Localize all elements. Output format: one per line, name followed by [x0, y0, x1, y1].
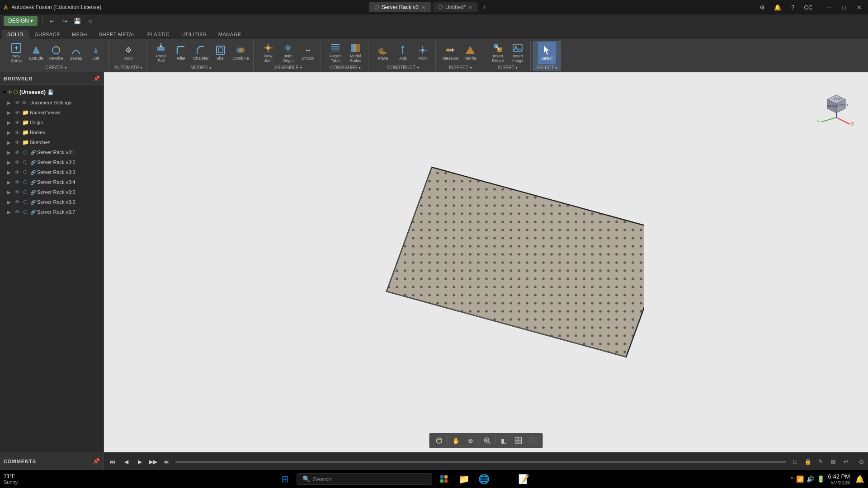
taskbar-app-photos[interactable]: 🖼: [495, 471, 512, 487]
ribbon-btn-extrude[interactable]: Extrude: [27, 42, 45, 64]
minimize-button[interactable]: ─: [825, 3, 834, 12]
timeline-btn-play[interactable]: ▶: [135, 457, 145, 467]
taskbar-app-widgets[interactable]: [436, 471, 452, 487]
ribbon-btn-point[interactable]: Point: [414, 42, 432, 64]
ribbon-btn-motion[interactable]: ↔ Motion: [299, 42, 317, 64]
timeline-btn-first[interactable]: ⏮: [108, 457, 118, 467]
tree-item-named-views[interactable]: ▶ 👁 📁 Named Views: [0, 108, 104, 117]
view-btn-grid[interactable]: [512, 434, 525, 447]
notification-icon[interactable]: 🔔: [773, 2, 783, 12]
timeline-btn-fwd[interactable]: ▶▶: [148, 457, 158, 467]
tree-item-server-rack-7[interactable]: ▶ 👁 ⬡ 🔗 Server Rack v3:7: [0, 207, 104, 217]
srack2-expand[interactable]: ▶: [7, 160, 11, 165]
tree-item-server-rack-4[interactable]: ▶ 👁 ⬡ 🔗 Server Rack v3:4: [0, 177, 104, 187]
timeline-btn-prev[interactable]: ◀: [121, 457, 131, 467]
tab-plastic[interactable]: PLASTIC: [142, 30, 175, 39]
srack4-expand[interactable]: ▶: [7, 180, 11, 185]
tray-expand-icon[interactable]: ^: [791, 476, 793, 482]
tab-utilities[interactable]: UTILITIES: [176, 30, 212, 39]
ribbon-btn-axis[interactable]: Axis: [394, 42, 412, 64]
view-btn-orbit[interactable]: [433, 434, 446, 447]
close-button[interactable]: ✕: [854, 3, 864, 12]
ribbon-btn-sweep[interactable]: Sweep: [67, 42, 85, 64]
doc-settings-expand[interactable]: ▶: [7, 100, 11, 105]
account-icon[interactable]: CC: [803, 2, 813, 12]
tab-manage[interactable]: MANAGE: [213, 30, 247, 39]
view-btn-zoom-fit[interactable]: [481, 434, 494, 447]
timeline-btn-last[interactable]: ⏭: [162, 457, 172, 467]
design-mode-button[interactable]: DESIGN ▾: [4, 16, 38, 26]
notification-center-icon[interactable]: 🔔: [855, 475, 864, 483]
tree-item-sketches[interactable]: ▶ 👁 📁 Sketches: [0, 137, 104, 147]
ribbon-btn-joint-origin[interactable]: JointOrigin: [279, 42, 297, 64]
new-tab-button[interactable]: +: [480, 2, 490, 12]
timeline-action-edit[interactable]: ✎: [815, 456, 826, 467]
ribbon-btn-loft[interactable]: Loft: [87, 42, 105, 64]
help-icon[interactable]: ?: [788, 2, 798, 12]
timeline-track[interactable]: [175, 461, 786, 463]
tray-battery-icon[interactable]: 🔋: [817, 475, 825, 483]
srack6-expand[interactable]: ▶: [7, 200, 11, 205]
tray-network-icon[interactable]: 📶: [796, 475, 804, 483]
nav-cube[interactable]: X Y Z TOP RIGHT FRONT: [814, 81, 859, 127]
ribbon-btn-new-component[interactable]: NewComp: [7, 42, 25, 64]
save-button[interactable]: 💾: [72, 16, 82, 26]
tab-sheet-metal[interactable]: SHEET METAL: [94, 30, 141, 39]
comments-pin-icon[interactable]: 📌: [93, 458, 100, 465]
timeline-action-new[interactable]: □: [790, 456, 801, 467]
origin-expand[interactable]: ▶: [7, 120, 11, 125]
srack1-expand[interactable]: ▶: [7, 150, 11, 155]
tree-item-server-rack-3[interactable]: ▶ 👁 ⬡ 🔗 Server Rack v3:3: [0, 167, 104, 177]
tab-untitled[interactable]: ⬡ Untitled* ✕: [433, 2, 478, 12]
ribbon-btn-press-pull[interactable]: PressPull: [152, 42, 170, 64]
ribbon-btn-fillet[interactable]: Fillet: [172, 42, 190, 64]
ribbon-btn-select[interactable]: Select: [538, 42, 556, 64]
view-btn-display-settings[interactable]: ◧: [498, 434, 510, 447]
tab-close-server-rack[interactable]: ✕: [421, 5, 425, 10]
tree-item-origin[interactable]: ▶ 👁 📁 Origin: [0, 117, 104, 127]
srack5-expand[interactable]: ▶: [7, 190, 11, 195]
tree-item-server-rack-1[interactable]: ▶ 👁 ⬡ 🔗 Server Rack v3:1: [0, 147, 104, 157]
ribbon-btn-revolve[interactable]: Revolve: [47, 42, 65, 64]
tab-mesh[interactable]: MESH: [66, 30, 93, 39]
taskbar-search[interactable]: 🔍 Search: [297, 473, 432, 485]
view-btn-viewcube-toggle[interactable]: ⬛: [527, 434, 539, 447]
home-button[interactable]: ⌂: [85, 16, 95, 26]
undo-button[interactable]: ↩: [47, 16, 57, 26]
taskbar-app-notes[interactable]: 📝: [515, 471, 532, 487]
viewport[interactable]: X Y Z TOP RIGHT FRONT: [104, 72, 868, 452]
taskbar-app-edge[interactable]: 🌐: [476, 471, 492, 487]
tab-solid[interactable]: SOLID: [2, 30, 29, 39]
redo-button[interactable]: ↪: [60, 16, 70, 26]
ribbon-btn-shell[interactable]: Shell: [212, 42, 230, 64]
tab-server-rack[interactable]: ⬡ Server Rack v3 ✕: [369, 2, 431, 12]
browser-pin-icon[interactable]: 📌: [93, 75, 100, 82]
ribbon-btn-automate[interactable]: ⚙ Auto: [119, 42, 137, 64]
tab-surface[interactable]: SURFACE: [30, 30, 66, 39]
timeline-action-group[interactable]: ⊞: [828, 456, 839, 467]
ribbon-btn-interference[interactable]: ! Interfer.: [461, 42, 479, 64]
named-views-expand[interactable]: ▶: [7, 110, 11, 115]
settings-icon[interactable]: ⚙: [757, 2, 767, 12]
tree-item-server-rack-5[interactable]: ▶ 👁 ⬡ 🔗 Server Rack v3:5: [0, 187, 104, 197]
bodies-expand[interactable]: ▶: [7, 130, 11, 135]
srack7-expand[interactable]: ▶: [7, 210, 11, 215]
ribbon-btn-insert-image[interactable]: InsertImage: [509, 42, 527, 64]
ribbon-btn-new-joint[interactable]: NewJoint: [259, 42, 277, 64]
tab-close-untitled[interactable]: ✕: [468, 5, 472, 10]
taskbar-app-file-explorer[interactable]: 📁: [456, 471, 472, 487]
windows-button[interactable]: ⊞: [277, 471, 293, 487]
ribbon-btn-model-states[interactable]: ModelStates: [346, 42, 364, 64]
tree-item-bodies[interactable]: ▶ 👁 📁 Bodies: [0, 127, 104, 137]
ribbon-btn-insert-derive[interactable]: InsertDerive: [489, 42, 507, 64]
ribbon-btn-plane[interactable]: Plane: [374, 42, 392, 64]
tree-item-server-rack-2[interactable]: ▶ 👁 ⬡ 🔗 Server Rack v3:2: [0, 157, 104, 167]
ribbon-btn-combine[interactable]: Combine: [231, 42, 250, 64]
tree-item-root[interactable]: ▼ 👁 ⬡ (Unsaved) 💾: [0, 87, 104, 98]
time-display[interactable]: 6:42 PM 5/7/2024: [828, 473, 850, 485]
view-btn-zoom-window[interactable]: ⊕: [464, 434, 477, 447]
ribbon-btn-param-table[interactable]: ParamTable: [326, 42, 344, 64]
tree-item-doc-settings[interactable]: ▶ 👁 ⚙ Document Settings: [0, 98, 104, 108]
ribbon-btn-chamfer[interactable]: Chamfer: [192, 42, 210, 64]
timeline-action-lock[interactable]: 🔒: [802, 456, 813, 467]
